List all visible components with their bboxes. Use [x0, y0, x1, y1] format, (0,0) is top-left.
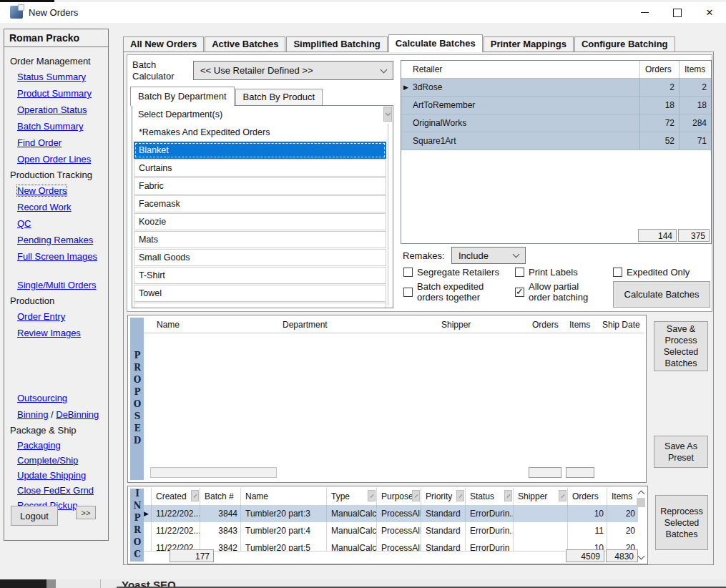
tab-all-new-orders[interactable]: All New Orders	[123, 36, 204, 52]
column-header-items[interactable]: Items	[565, 317, 598, 333]
remakes-dropdown[interactable]: Include	[451, 247, 526, 264]
list-item-tumblers[interactable]: Tumblers	[134, 303, 386, 308]
list-item-mats[interactable]: Mats	[134, 231, 386, 248]
table-row-square1art[interactable]: Square1Art 52 71	[401, 132, 711, 150]
list-item-remakes-expedited[interactable]: *Remakes And Expedited Orders	[134, 124, 386, 141]
scrollbar-thumb[interactable]	[637, 498, 645, 507]
list-item-facemask[interactable]: Facemask	[134, 195, 386, 212]
sidebar-item-full-screen-images[interactable]: Full Screen Images	[17, 248, 108, 265]
table-row-arttoremember[interactable]: ArtToRemember 18 18	[401, 97, 711, 114]
sidebar-item-operation-status[interactable]: Operation Status	[17, 102, 108, 118]
maximize-icon[interactable]	[662, 2, 692, 23]
subtab-batch-by-product[interactable]: Batch By Product	[235, 89, 323, 105]
list-item-curtains[interactable]: Curtains	[134, 160, 386, 177]
column-header-ship-date[interactable]: Ship Date	[598, 317, 647, 333]
main-tabstrip: All New Orders Active Batches Simplified…	[123, 34, 714, 52]
binning-link[interactable]: Binning	[17, 409, 48, 420]
expedited-only-checkbox[interactable]: Expedited Only	[613, 267, 690, 278]
sidebar-item-open-order-lines[interactable]: Open Order Lines	[17, 151, 108, 167]
filter-icon[interactable]	[504, 490, 512, 501]
save-process-selected-batches-button[interactable]: Save & Process Selected Batches	[654, 321, 708, 371]
proposed-side-label: PROPOSED	[130, 351, 144, 448]
sidebar-item-batch-summary[interactable]: Batch Summary	[17, 118, 108, 134]
filter-icon[interactable]	[412, 490, 420, 501]
scroll-down-icon[interactable]	[636, 552, 646, 562]
tab-printer-mappings[interactable]: Printer Mappings	[484, 36, 574, 52]
row-header: ▶	[144, 505, 151, 522]
sidebar-item-update-shipping[interactable]: Update Shipping	[17, 468, 108, 483]
column-header-items[interactable]: Items	[679, 61, 711, 78]
column-header-department[interactable]: Department	[278, 317, 437, 333]
minimize-icon[interactable]	[629, 2, 659, 23]
expand-button[interactable]: >>	[76, 506, 96, 519]
filter-icon[interactable]	[456, 490, 464, 501]
remakes-dropdown-value: Include	[458, 250, 489, 261]
subtab-batch-by-department[interactable]: Batch By Department	[130, 87, 235, 106]
logout-button[interactable]: Logout	[11, 506, 58, 526]
tab-simplified-batching[interactable]: Simplified Batching	[286, 36, 387, 52]
proposed-horizontal-scrollbar[interactable]	[150, 467, 277, 478]
column-header-purpose[interactable]: Purpose	[376, 488, 421, 505]
debinning-link[interactable]: DeBinning	[56, 409, 99, 420]
list-item-fabric[interactable]: Fabric	[134, 177, 386, 195]
column-header-orders[interactable]: Orders	[639, 61, 679, 78]
close-icon[interactable]	[695, 2, 725, 23]
sidebar-item-new-orders[interactable]: New Orders	[17, 182, 108, 199]
sidebar-item-order-entry[interactable]: Order Entry	[17, 308, 108, 325]
column-header-items[interactable]: Items	[607, 488, 638, 505]
tab-active-batches[interactable]: Active Batches	[205, 36, 285, 52]
list-item-blanket[interactable]: ▶Blanket	[134, 142, 386, 159]
column-header-created[interactable]: Created	[151, 488, 200, 505]
scroll-up-icon[interactable]	[636, 488, 646, 498]
save-as-preset-button[interactable]: Save As Preset	[654, 436, 708, 468]
sidebar-item-packaging[interactable]: Packaging	[17, 438, 108, 453]
sidebar-item-record-work[interactable]: Record Work	[17, 199, 108, 215]
column-header-orders[interactable]: Orders	[528, 317, 565, 333]
column-header-type[interactable]: Type	[326, 488, 376, 505]
department-list-scrollbar[interactable]	[383, 107, 392, 122]
reprocess-selected-batches-button[interactable]: Reprocess Selected Batches	[655, 495, 708, 550]
column-header-batch[interactable]: Batch #	[200, 488, 240, 505]
filter-icon[interactable]	[368, 490, 376, 501]
list-item-small-goods[interactable]: Small Goods	[134, 249, 386, 266]
column-header-priority[interactable]: Priority	[421, 488, 465, 505]
column-header-shipper[interactable]: Shipper	[513, 488, 567, 505]
calculate-batches-button[interactable]: Calculate Batches	[613, 281, 710, 308]
preset-dropdown[interactable]: << Use Retailer Defined >>	[193, 61, 393, 80]
column-header-orders[interactable]: Orders	[567, 488, 607, 505]
list-item-towel[interactable]: Towel	[134, 285, 386, 302]
sidebar-item-product-summary[interactable]: Product Summary	[17, 85, 108, 102]
column-header-name[interactable]: Name	[240, 488, 326, 505]
column-header-name[interactable]: Name	[152, 317, 278, 333]
print-labels-checkbox[interactable]: Print Labels	[515, 267, 578, 278]
column-header-shipper[interactable]: Shipper	[437, 317, 528, 333]
segregate-retailers-checkbox[interactable]: Segregate Retailers	[403, 267, 499, 278]
sidebar-item-review-images[interactable]: Review Images	[17, 325, 108, 341]
tab-calculate-batches[interactable]: Calculate Batches	[388, 34, 483, 52]
tab-configure-batching[interactable]: Configure Batching	[574, 36, 675, 52]
table-row-batch-3844[interactable]: ▶ 11/22/202... 3844 Tumbler20 part:3 Man…	[144, 505, 638, 523]
inprocess-vertical-scrollbar[interactable]	[636, 488, 646, 562]
batch-expedited-checkbox[interactable]: Batch expedited orders together	[403, 281, 511, 303]
sidebar-item-find-order[interactable]: Find Order	[17, 134, 108, 151]
column-header-retailer[interactable]: Retailer	[401, 61, 639, 78]
sidebar-item-close-fedex-grnd[interactable]: Close FedEx Grnd	[17, 483, 108, 498]
table-row-batch-3843[interactable]: 11/22/202... 3843 Tumbler20 part:4 Manua…	[144, 522, 638, 540]
allow-partial-checkbox[interactable]: Allow partial order batching	[515, 281, 608, 303]
table-row-originalworks[interactable]: OriginalWorks 72 284	[401, 114, 711, 132]
list-item-t-shirt[interactable]: T-Shirt	[134, 267, 386, 284]
sidebar-item-outsourcing[interactable]: Outsourcing	[17, 390, 108, 406]
filter-icon[interactable]	[191, 490, 199, 501]
filter-icon[interactable]	[559, 490, 566, 501]
sidebar-item-complete-ship[interactable]: Complete/Ship	[17, 453, 108, 468]
chevron-down-icon	[385, 110, 390, 115]
table-row-batch-3842[interactable]: 11/22/202 3842 Tumbler20 part:5 ManualCa…	[144, 539, 638, 552]
sidebar-item-status-summary[interactable]: Status Summary	[17, 69, 108, 85]
sidebar-item-qc[interactable]: QC	[17, 215, 108, 232]
sidebar-item-single-multi-orders[interactable]: Single/Multi Orders	[17, 277, 108, 293]
proposed-total-items	[566, 467, 594, 478]
sidebar-item-pending-remakes[interactable]: Pending Remakes	[17, 232, 108, 248]
table-row-3drose[interactable]: ▶ 3dRose 2 2	[401, 79, 711, 97]
list-item-koozie[interactable]: Koozie	[134, 213, 386, 230]
column-header-status[interactable]: Status	[465, 488, 513, 505]
